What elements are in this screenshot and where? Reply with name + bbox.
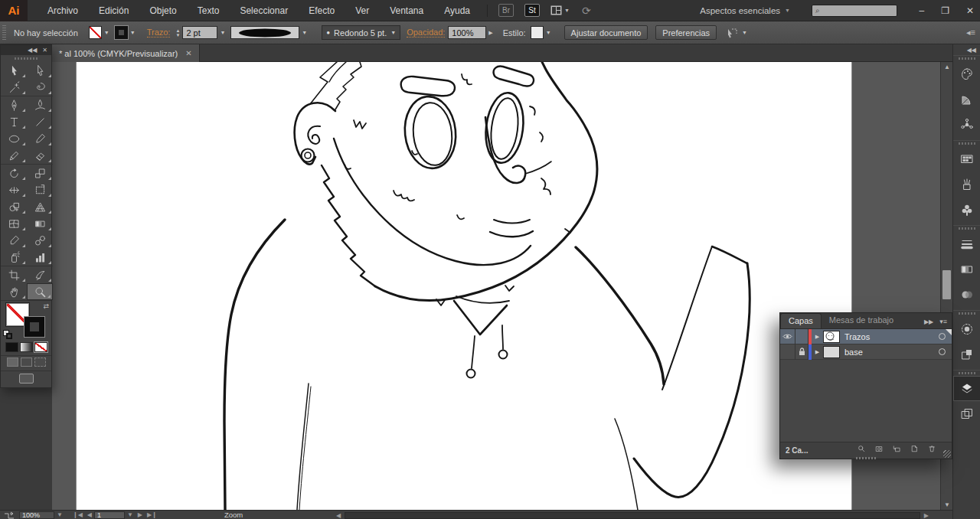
preferences-button[interactable]: Preferencias xyxy=(655,25,717,40)
menu-edicion[interactable]: Edición xyxy=(99,5,129,16)
tools-close-icon[interactable]: ✕ xyxy=(42,47,47,54)
arrange-documents-icon[interactable]: ▼ xyxy=(550,5,570,15)
last-artboard-icon[interactable]: ▶❙ xyxy=(147,511,157,518)
sync-icon[interactable]: ⟳ xyxy=(582,5,591,17)
menu-texto[interactable]: Texto xyxy=(198,5,220,16)
make-clipping-mask-button[interactable] xyxy=(875,444,885,458)
layer-target-circle[interactable] xyxy=(939,348,946,355)
layer-name[interactable]: Trazos xyxy=(844,332,870,341)
shape-builder-tool[interactable] xyxy=(1,198,27,215)
stroke-weight-input[interactable]: 2 pt xyxy=(182,26,217,39)
brush-stroke-preview[interactable] xyxy=(230,26,299,39)
stroke-weight-stepper[interactable]: ▲▼ xyxy=(175,28,180,38)
rotate-tool[interactable] xyxy=(1,165,27,181)
close-button[interactable]: ✕ xyxy=(966,5,974,16)
dock-group-grip[interactable] xyxy=(953,141,980,146)
layer-thumbnail[interactable] xyxy=(823,346,840,358)
artboards-panel-button[interactable] xyxy=(953,401,980,426)
dock-group-grip[interactable] xyxy=(953,226,980,231)
magic-wand-tool[interactable] xyxy=(1,79,27,96)
style-swatch[interactable] xyxy=(531,26,544,39)
pencil-tool[interactable] xyxy=(1,147,27,164)
scroll-right-icon[interactable]: ▶ xyxy=(924,512,929,519)
blend-tool[interactable] xyxy=(27,232,53,249)
dock-group-grip[interactable] xyxy=(953,370,980,376)
external-link-icon[interactable] xyxy=(4,511,15,519)
color-button[interactable] xyxy=(5,342,18,352)
paintbrush-tool[interactable] xyxy=(27,130,53,147)
dock-group-grip[interactable] xyxy=(953,311,980,316)
draw-inside-icon[interactable] xyxy=(34,357,46,367)
isolate-selection-icon[interactable]: ▼ xyxy=(726,28,747,38)
fill-color-swatch[interactable] xyxy=(89,26,102,39)
layer-row-base[interactable]: ▶base xyxy=(780,344,952,360)
minimize-button[interactable]: – xyxy=(919,5,924,16)
app-logo[interactable]: Ai xyxy=(0,0,28,21)
bridge-button[interactable]: Br xyxy=(498,4,514,17)
symbol-sprayer-tool[interactable] xyxy=(1,249,27,266)
none-button[interactable] xyxy=(34,342,47,352)
draw-normal-icon[interactable] xyxy=(7,357,18,367)
next-artboard-icon[interactable]: ▶ xyxy=(138,511,142,518)
horizontal-scrollbar[interactable]: ◀ ▶ xyxy=(334,511,931,519)
artboard-number-field[interactable]: 1 xyxy=(94,511,125,519)
artboard[interactable] xyxy=(77,62,851,510)
gradient-panel-button[interactable] xyxy=(953,256,980,282)
search-input[interactable]: ⌕ xyxy=(812,5,897,17)
artboard-tool[interactable] xyxy=(1,266,27,283)
opacity-input[interactable]: 100% xyxy=(448,26,486,39)
pen-tool[interactable] xyxy=(1,96,27,113)
document-tab-close-icon[interactable]: ✕ xyxy=(185,49,191,57)
draw-behind-icon[interactable] xyxy=(21,357,32,367)
style-dropdown-icon[interactable]: ▼ xyxy=(546,30,551,35)
locate-object-button[interactable] xyxy=(858,444,867,458)
brushes-panel-button[interactable] xyxy=(953,171,980,197)
lock-icon[interactable] xyxy=(795,344,808,360)
layers-menu-icon[interactable]: ▾≡ xyxy=(939,318,947,325)
panel-resize-grip[interactable] xyxy=(943,450,951,458)
layers-panel-button[interactable] xyxy=(953,376,980,401)
tab-capas[interactable]: Capas xyxy=(780,313,822,328)
type-tool[interactable] xyxy=(1,113,27,130)
vertical-scrollbar-thumb[interactable] xyxy=(942,270,951,299)
stock-button[interactable]: St xyxy=(524,4,540,17)
menu-ventana[interactable]: Ventana xyxy=(390,5,423,16)
artboard-dropdown-icon[interactable]: ▼ xyxy=(127,511,133,518)
zoom-tool[interactable] xyxy=(27,283,53,300)
zoom-level-field[interactable]: 100% xyxy=(19,511,54,519)
tab-mesas-de-trabajo[interactable]: Mesas de trabajo xyxy=(822,313,901,328)
workspace-switcher[interactable]: Aspectos esenciales▼ xyxy=(700,6,790,15)
swap-fill-stroke-icon[interactable]: ⇄ xyxy=(43,302,49,310)
scale-tool[interactable] xyxy=(27,165,53,181)
panel-bottom-grip[interactable] xyxy=(856,457,876,459)
stroke-swatch[interactable] xyxy=(24,317,44,337)
selection-tool[interactable] xyxy=(1,62,27,79)
menu-objeto[interactable]: Objeto xyxy=(149,5,176,16)
stroke-weight-label[interactable]: Trazo: xyxy=(147,28,171,38)
layer-target-circle[interactable] xyxy=(939,333,946,340)
swatches-panel-button[interactable] xyxy=(953,146,980,171)
scroll-left-icon[interactable]: ◀ xyxy=(336,512,341,519)
menu-ayuda[interactable]: Ayuda xyxy=(444,5,470,16)
menu-seleccionar[interactable]: Seleccionar xyxy=(240,5,288,16)
control-panel-menu-icon[interactable]: ◂≡ xyxy=(966,28,975,38)
color-panel-button[interactable] xyxy=(953,61,980,86)
menu-efecto[interactable]: Efecto xyxy=(309,5,335,16)
horizontal-scrollbar-track[interactable] xyxy=(345,512,920,519)
layers-collapse-icon[interactable]: ▶▶ xyxy=(924,318,933,325)
layer-expand-icon[interactable]: ▶ xyxy=(812,334,823,340)
opacity-label[interactable]: Opacidad: xyxy=(407,28,445,38)
scroll-up-icon[interactable]: ▲ xyxy=(941,64,953,70)
menu-archivo[interactable]: Archivo xyxy=(47,5,78,16)
layer-row-trazos[interactable]: ▶Trazos xyxy=(780,329,952,344)
document-tab[interactable]: * al 100% (CMYK/Previsualizar) ✕ xyxy=(52,44,200,62)
mesh-tool[interactable] xyxy=(1,215,27,232)
lasso-tool[interactable] xyxy=(27,79,53,96)
stroke-color-swatch[interactable] xyxy=(115,26,128,39)
symbols-panel-button[interactable] xyxy=(953,197,980,222)
opacity-dropdown-icon[interactable]: ▶ xyxy=(488,30,492,36)
slice-tool[interactable] xyxy=(27,266,53,283)
first-artboard-icon[interactable]: ❙◀ xyxy=(73,511,83,518)
visibility-toggle-empty[interactable] xyxy=(780,344,795,360)
column-graph-tool[interactable] xyxy=(27,249,53,266)
